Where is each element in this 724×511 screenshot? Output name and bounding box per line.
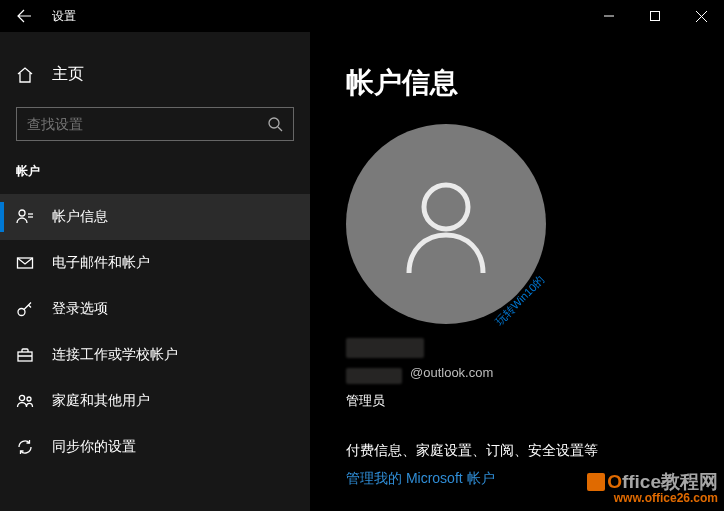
nav-signin-options[interactable]: 登录选项 (0, 286, 310, 332)
manage-microsoft-account-link[interactable]: 管理我的 Microsoft 帐户 (346, 470, 495, 488)
nav-email-accounts[interactable]: 电子邮件和帐户 (0, 240, 310, 286)
close-icon (696, 11, 707, 22)
account-description: 付费信息、家庭设置、订阅、安全设置等 (346, 442, 688, 460)
person-icon (391, 169, 501, 279)
search-icon (257, 117, 293, 132)
maximize-button[interactable] (632, 0, 678, 32)
nav-sync-settings[interactable]: 同步你的设置 (0, 424, 310, 470)
redacted-email-prefix (346, 368, 402, 384)
home-button[interactable]: 主页 (0, 54, 310, 107)
page-title: 帐户信息 (346, 64, 688, 102)
mail-icon (16, 254, 34, 272)
nav-label: 帐户信息 (52, 208, 108, 226)
account-role: 管理员 (346, 392, 688, 410)
sync-icon (16, 438, 34, 456)
person-badge-icon (16, 208, 34, 226)
nav-label: 家庭和其他用户 (52, 392, 150, 410)
sidebar: 主页 帐户 帐户信息 电子邮件和帐户 (0, 32, 310, 511)
home-label: 主页 (52, 64, 84, 85)
nav-family-users[interactable]: 家庭和其他用户 (0, 378, 310, 424)
svg-point-13 (27, 397, 31, 401)
close-button[interactable] (678, 0, 724, 32)
content-pane: 帐户信息 玩转Win10的 @outlook.com 管理员 付费信息、家庭设置… (310, 32, 724, 511)
home-icon (16, 66, 34, 84)
email-suffix: @outlook.com (410, 365, 493, 380)
maximize-icon (650, 11, 660, 21)
back-button[interactable] (0, 0, 48, 32)
nav-label: 连接工作或学校帐户 (52, 346, 178, 364)
nav-work-school[interactable]: 连接工作或学校帐户 (0, 332, 310, 378)
section-label: 帐户 (0, 159, 310, 194)
svg-point-14 (424, 185, 468, 229)
search-input[interactable] (17, 116, 257, 132)
nav-account-info[interactable]: 帐户信息 (0, 194, 310, 240)
search-input-wrap[interactable] (16, 107, 294, 141)
nav-label: 登录选项 (52, 300, 108, 318)
nav-label: 同步你的设置 (52, 438, 136, 456)
svg-rect-1 (651, 12, 660, 21)
redacted-name (346, 338, 424, 358)
svg-point-12 (19, 395, 24, 400)
svg-line-5 (278, 127, 282, 131)
svg-point-6 (19, 210, 25, 216)
minimize-button[interactable] (586, 0, 632, 32)
briefcase-icon (16, 346, 34, 364)
nav-label: 电子邮件和帐户 (52, 254, 150, 272)
people-icon (16, 392, 34, 410)
minimize-icon (604, 11, 614, 21)
svg-point-4 (269, 118, 279, 128)
arrow-left-icon (16, 8, 32, 24)
svg-point-10 (18, 309, 25, 316)
window-title: 设置 (52, 8, 76, 25)
key-icon (16, 300, 34, 318)
